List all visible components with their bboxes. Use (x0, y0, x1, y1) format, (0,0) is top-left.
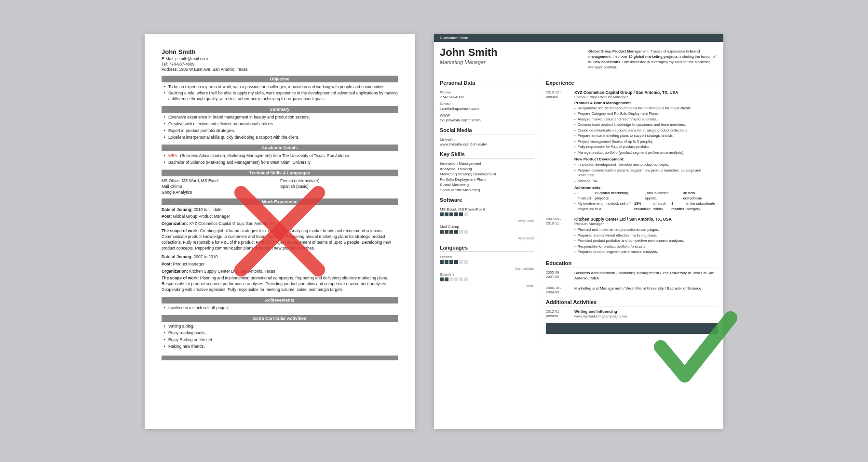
profile-text: Global Group Product Manager with 7 year… (583, 47, 718, 70)
exp-2-b4: Responsible for product portfolio foreca… (574, 244, 718, 250)
dot (445, 277, 448, 281)
summary-header: Summary (162, 106, 398, 113)
extra-4: Making new friends. (162, 344, 398, 350)
acad-1: MBA (Business Administration, Marketing … (162, 153, 398, 159)
sum-2: Creative with effective and efficient or… (162, 121, 398, 127)
software-title: Software (440, 197, 534, 204)
lang-bar-2 (440, 277, 534, 281)
dot (464, 260, 468, 264)
languages-title: Languages (440, 245, 534, 252)
exp-2-b2: Prepared and delivered effective marketi… (574, 233, 718, 238)
phone-value: 774-987-4009 (440, 95, 534, 99)
key-skill-2: Analytical Thinking (440, 167, 534, 171)
right-title: Marketing Manager (440, 59, 583, 65)
key-skills-title: Key Skills (440, 151, 534, 158)
left-address: Address: 1905 W East Ave, San Antonio, T… (162, 67, 398, 72)
linkedin-value: www.linkedin.com/johnsutw (440, 142, 534, 146)
additional-title: Additional Activities (546, 299, 718, 306)
work-1: Date of Joining: 2010 to till date Post:… (162, 207, 398, 251)
main-container: John Smith E-Mail: j.smith@mail.com Tel:… (125, 14, 743, 448)
work-1-org: Organization: XYZ Cosmetics Capital Grou… (162, 221, 398, 227)
exp-1-b8: Fully responsible for P&L of product por… (574, 145, 718, 150)
dot (464, 230, 468, 234)
objective-header: Objective (162, 76, 398, 82)
dot (445, 230, 448, 234)
email-label: E-mail (440, 102, 534, 106)
exp-1-b13: I finalized 10 global marketing projects… (574, 191, 718, 201)
dot (459, 260, 463, 264)
exp-1-b12: Manage P&L. (574, 179, 718, 184)
add-detail: Writing and Influencing www.mymarketingc… (574, 309, 718, 318)
left-email: E-Mail: j.smith@mail.com (162, 56, 398, 61)
sw-bar-2 (440, 230, 534, 234)
exp-1-sub3: Achievements: (574, 185, 718, 190)
dot (449, 277, 453, 281)
exp-1-b14: My involvement in a stock sell-off proje… (574, 201, 718, 211)
sw-label-1: Very Good (440, 219, 534, 223)
www-value: cv.uptowork.com/j.smith (440, 118, 534, 122)
skills-grid: MS Office: MS Word, MS Excel French (int… (162, 178, 398, 195)
skill-2: Mail Chimp (162, 184, 279, 189)
exp-2-company: Kitchen Supply Center Ltd / San Antonio,… (574, 217, 718, 222)
sw-label-2: Very Good (440, 237, 534, 240)
dot (454, 260, 458, 264)
exp-1-b3: Analyze market trends and recommend solu… (574, 117, 718, 122)
edu-1-detail: Business Administration / Marketing Mana… (574, 270, 718, 281)
key-skill-6: Social Media Marketing (440, 188, 534, 192)
exp-1-b6: Prepare annual marketing plans to suppor… (574, 133, 718, 139)
exp-2-date: 2007-09 - 2010-11 (546, 217, 572, 255)
dot (440, 230, 444, 234)
cv-label: Curriculum Vitae (434, 34, 723, 42)
work-2-date: Date of Joining: 2007 to 2010 (162, 254, 398, 260)
right-column: Experience 2010-12 - present XYZ Cosmeti… (540, 73, 723, 339)
right-bottom-bar (546, 323, 718, 334)
exp-1-b4: Communicate product knowledge to custome… (574, 122, 718, 128)
education-title: Education (546, 260, 718, 267)
exp-1-b2: Prepare Category and Portfolio Deploymen… (574, 111, 718, 117)
edu-2-detail: Marketing and Management / West Miami Un… (574, 286, 718, 294)
exp-1-company: XYZ Cosmetics Capital Group / San Antoni… (574, 90, 718, 95)
edu-entry-2: 2000-10 - 2004-05 Marketing and Manageme… (546, 286, 718, 294)
exp-entry-2: 2007-09 - 2010-11 Kitchen Supply Center … (546, 217, 718, 255)
exp-2-b1: Planned and implemented promotional camp… (574, 227, 718, 233)
dot (440, 260, 444, 264)
dot (454, 277, 458, 281)
software-item-2: Mail Chimp Very Good (440, 224, 534, 240)
work-2-scope: The scope of work: Planning and implemen… (162, 276, 398, 293)
sum-4: Excellent interpersonal skills quickly d… (162, 135, 398, 141)
work-1-scope: The scope of work: Creating global brand… (162, 228, 398, 251)
work-2: Date of Joining: 2007 to 2010 Post: Prod… (162, 254, 398, 293)
social-media-title: Social Media (440, 127, 534, 134)
name-block: John Smith Marketing Manager Global Grou… (434, 42, 723, 73)
software-item-1: MS Excel, MS PowerPoint Very Good (440, 207, 534, 223)
lang-item-2: Spanish Basic (440, 272, 534, 288)
exp-2-b5: Prepared product segment performance ana… (574, 250, 718, 255)
acad-2: Bachelor of Science (Marketing and Manag… (162, 160, 398, 166)
lang-item-1: French Intermediate (440, 255, 534, 270)
work-header: Work Experience (162, 198, 398, 205)
skill-3: Google Analytics (162, 190, 279, 195)
dot (454, 230, 458, 234)
tech-header: Technical Skills & Languages (162, 170, 398, 176)
dot (464, 212, 468, 216)
key-skill-1: Innovation Management (440, 161, 534, 166)
left-column: Personal Data Phone 774-987-4009 E-mail … (434, 73, 540, 339)
exp-1-b10: Innovation development - develop new pro… (574, 162, 718, 168)
dot (445, 212, 448, 216)
exp-2-b3: Provided product portfolios and competit… (574, 238, 718, 244)
exp-2-role: Product Manager (574, 222, 718, 226)
academic-header: Academic Details (162, 145, 398, 151)
exp-1-role: Global Group Product Manager (574, 95, 718, 99)
extra-header: Extra Curricular Activities (162, 315, 398, 322)
skill-1: MS Office: MS Word, MS Excel (162, 178, 279, 183)
obj-bullet-1: To be an expert in my area of work, with… (162, 84, 398, 90)
exp-1-date: 2010-12 - present (546, 90, 572, 212)
exp-1-b1: Responsible for the creation of global b… (574, 106, 718, 111)
sw-bar-1 (440, 212, 534, 216)
work-1-post: Post: Global Group Product Manager (162, 214, 398, 220)
extra-1: Writing a blog. (162, 324, 398, 330)
lang-label-2: Basic (440, 284, 534, 288)
exp-1-b7: Project management (teams of up to 5 peo… (574, 139, 718, 145)
dot (459, 230, 463, 234)
sum-3: Expert in product portfolio strategies. (162, 128, 398, 134)
